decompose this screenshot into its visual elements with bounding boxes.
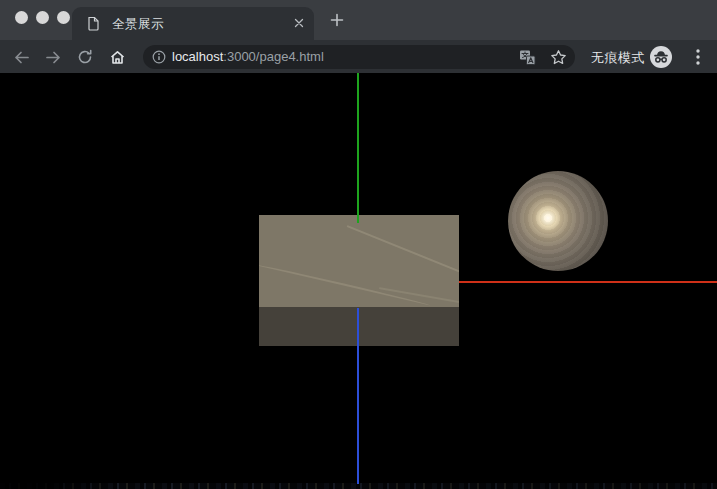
incognito-mode-label: 无痕模式 [591, 49, 645, 67]
back-button[interactable] [12, 48, 30, 66]
minimize-window-button[interactable] [36, 11, 49, 24]
tab-bar: 全景展示 [0, 0, 717, 40]
tab-close-icon[interactable] [290, 14, 308, 32]
axis-x-red-line [459, 281, 717, 283]
tab-panorama[interactable]: 全景展示 [72, 7, 314, 40]
axis-z-blue-line [357, 308, 359, 484]
incognito-badge-icon [650, 46, 672, 68]
new-tab-button[interactable] [328, 11, 346, 29]
tab-title: 全景展示 [112, 16, 164, 33]
axis-y-green-line [357, 73, 359, 223]
bookmark-star-icon[interactable] [550, 49, 567, 66]
url-text[interactable]: localhost:3000/page4.html [172, 49, 324, 64]
box-texture-seam [259, 263, 431, 305]
box-top-face [259, 215, 459, 307]
zoom-window-button[interactable] [57, 11, 70, 24]
translate-icon[interactable] [519, 49, 536, 66]
close-window-button[interactable] [15, 11, 28, 24]
home-button[interactable] [108, 48, 126, 66]
url-host: localhost [172, 49, 223, 64]
browser-window: 全景展示 [0, 0, 717, 489]
site-info-icon[interactable] [152, 50, 166, 64]
box-mesh [259, 215, 459, 346]
window-controls [15, 11, 70, 24]
address-bar[interactable]: localhost:3000/page4.html [143, 45, 575, 69]
forward-button[interactable] [44, 48, 62, 66]
sphere-mesh [508, 171, 608, 271]
page-icon [87, 16, 100, 31]
toolbar: localhost:3000/page4.html 无痕模式 [0, 40, 717, 73]
webgl-canvas[interactable] [0, 73, 717, 489]
box-texture-seam [347, 225, 459, 273]
menu-kebab-icon[interactable] [690, 48, 706, 66]
url-path: :3000/page4.html [223, 49, 323, 64]
reload-button[interactable] [76, 48, 94, 66]
box-front-face [259, 307, 459, 346]
